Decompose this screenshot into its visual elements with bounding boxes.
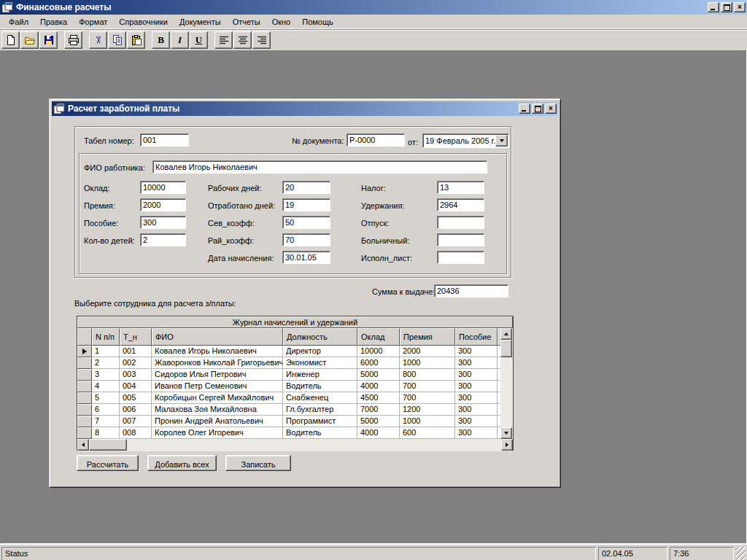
field-input[interactable]: 2000 — [140, 198, 186, 211]
close-button[interactable]: × — [734, 2, 746, 12]
table-cell[interactable]: Жаворонков Николай Григорьевич — [152, 357, 283, 369]
align-right-button[interactable] — [252, 31, 271, 49]
table-cell[interactable]: 007 — [120, 416, 152, 427]
table-cell[interactable]: Водитель — [283, 381, 357, 392]
table-row[interactable]: 4004Иванов Петр СеменовичВодитель4000700… — [77, 381, 500, 392]
new-button[interactable] — [1, 31, 20, 49]
table-row[interactable]: 6006Малахова Зоя МихайловнаГл.бухгалтер7… — [77, 404, 500, 416]
field-input[interactable]: 13 — [437, 181, 484, 194]
grid-column-header[interactable]: ФИО — [152, 328, 283, 346]
field-input[interactable]: 30.01.05 — [282, 251, 330, 264]
table-cell[interactable]: 008 — [120, 427, 152, 439]
grid-column-header[interactable]: Т_н — [120, 328, 152, 346]
table-cell[interactable]: 600 — [400, 427, 455, 439]
grid-column-header[interactable]: Пособие — [455, 328, 498, 346]
table-cell[interactable]: Водитель — [283, 427, 357, 439]
scroll-up-button[interactable] — [500, 328, 512, 340]
table-cell[interactable]: 300 — [455, 346, 498, 357]
save-button[interactable] — [39, 31, 58, 49]
table-row[interactable]: 5005Коробицын Сергей МихайловичСнабженец… — [77, 392, 500, 404]
field-input[interactable]: 20 — [282, 181, 330, 194]
field-input[interactable]: 50 — [282, 216, 330, 229]
table-cell[interactable]: Пронин Андрей Анатольевич — [152, 416, 283, 427]
table-cell[interactable]: Малахова Зоя Михайловна — [152, 404, 283, 416]
date-dropdown-button[interactable] — [495, 135, 508, 147]
table-cell[interactable]: 300 — [455, 404, 498, 416]
vertical-scroll-thumb[interactable] — [500, 340, 512, 357]
grid-column-header[interactable]: Оклад — [357, 328, 400, 346]
table-cell[interactable]: 003 — [120, 369, 152, 381]
field-input[interactable]: 10000 — [140, 181, 186, 194]
grid-vertical-scrollbar[interactable] — [500, 328, 513, 439]
table-row[interactable]: 3003Сидоров Илья ПетровичИнженер50008003… — [77, 369, 500, 381]
menu-item-3[interactable]: Справочники — [113, 16, 174, 28]
table-cell[interactable]: 004 — [120, 381, 152, 392]
field-input[interactable] — [437, 216, 484, 229]
print-button[interactable] — [64, 31, 82, 49]
table-cell[interactable]: Иванов Петр Семенович — [152, 381, 283, 392]
field-input[interactable] — [437, 251, 484, 264]
menu-item-1[interactable]: Правка — [34, 16, 73, 28]
table-cell[interactable]: 1 — [92, 346, 120, 357]
scroll-left-button[interactable] — [77, 439, 89, 451]
bold-button[interactable]: B — [152, 31, 170, 49]
vertical-scroll-track[interactable] — [500, 357, 513, 427]
table-cell[interactable]: 300 — [455, 381, 498, 392]
table-cell[interactable]: 002 — [120, 357, 152, 369]
menu-item-5[interactable]: Отчеты — [227, 16, 266, 28]
grid-column-header[interactable]: Должность — [283, 328, 357, 346]
table-cell[interactable]: 3 — [92, 369, 120, 381]
table-cell[interactable]: 005 — [120, 392, 152, 404]
table-cell[interactable]: 7 — [92, 416, 120, 427]
calculate-button[interactable]: Рассчитать — [77, 455, 139, 471]
table-cell[interactable]: 700 — [400, 392, 455, 404]
table-row[interactable]: 2002Жаворонков Николай ГригорьевичЭконом… — [77, 357, 500, 369]
table-cell[interactable]: 1000 — [400, 416, 455, 427]
horizontal-scroll-thumb[interactable] — [89, 439, 127, 451]
table-cell[interactable]: 5000 — [357, 369, 400, 381]
table-cell[interactable]: 5 — [92, 392, 120, 404]
table-cell[interactable]: 2 — [92, 357, 120, 369]
paste-button[interactable] — [127, 31, 145, 49]
table-cell[interactable]: Инженер — [283, 369, 357, 381]
table-cell[interactable]: 300 — [455, 392, 498, 404]
dialog-maximize-button[interactable] — [532, 104, 543, 114]
grid-horizontal-scrollbar[interactable] — [77, 439, 513, 451]
horizontal-scroll-track[interactable] — [127, 439, 501, 451]
table-cell[interactable]: Королев Олег Игоревич — [152, 427, 283, 439]
table-cell[interactable]: 001 — [120, 346, 152, 357]
table-cell[interactable]: 5000 — [357, 416, 400, 427]
align-left-button[interactable] — [214, 31, 233, 49]
table-cell[interactable]: Экономист — [283, 357, 357, 369]
table-cell[interactable]: Коробицын Сергей Михайлович — [152, 392, 283, 404]
table-cell[interactable]: 300 — [455, 369, 498, 381]
table-cell[interactable]: 700 — [400, 381, 455, 392]
table-cell[interactable]: 4500 — [357, 392, 400, 404]
table-cell[interactable]: Сидоров Илья Петрович — [152, 369, 283, 381]
doc-input[interactable]: Р-0000 — [347, 133, 405, 147]
table-cell[interactable]: 1200 — [400, 404, 455, 416]
table-row[interactable]: 1001Ковалев Игорь НиколаевичДиректор1000… — [77, 346, 500, 357]
table-row[interactable]: 8008Королев Олег ИгоревичВодитель4000600… — [77, 427, 500, 439]
grid-column-header[interactable]: N п/п — [92, 328, 120, 346]
menu-item-6[interactable]: Окно — [266, 16, 297, 28]
menu-item-7[interactable]: Помощь — [296, 16, 339, 28]
open-button[interactable] — [20, 31, 39, 49]
table-cell[interactable]: Директор — [283, 346, 357, 357]
cut-button[interactable]: ✂ — [89, 31, 107, 49]
table-cell[interactable]: Программист — [283, 416, 357, 427]
table-cell[interactable]: 800 — [400, 369, 455, 381]
dialog-close-button[interactable]: × — [545, 104, 557, 114]
copy-button[interactable] — [108, 31, 126, 49]
table-cell[interactable]: 8 — [92, 427, 120, 439]
field-input[interactable]: 2964 — [437, 198, 484, 211]
italic-button[interactable]: I — [171, 31, 189, 49]
table-cell[interactable]: 4000 — [357, 427, 400, 439]
table-cell[interactable]: 4 — [92, 381, 120, 392]
table-row[interactable]: 7007Пронин Андрей АнатольевичПрограммист… — [77, 416, 500, 427]
dialog-minimize-button[interactable] — [519, 104, 530, 114]
minimize-button[interactable] — [708, 2, 719, 12]
date-combobox[interactable]: 19 Февраль 2005 г. — [422, 133, 509, 148]
menu-item-4[interactable]: Документы — [174, 16, 227, 28]
scroll-right-button[interactable] — [501, 439, 513, 451]
